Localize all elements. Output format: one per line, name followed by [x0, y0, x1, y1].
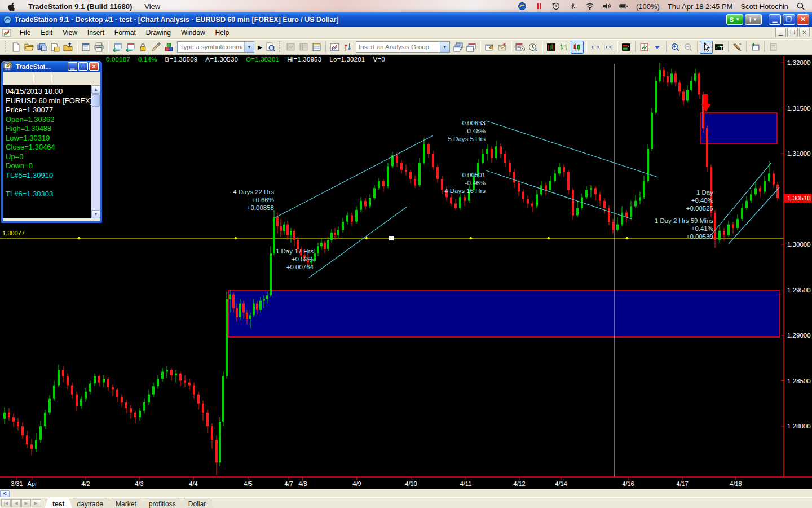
- market-depth-icon[interactable]: [620, 41, 633, 54]
- minimize-button[interactable]: ▁: [769, 14, 781, 25]
- drawing-tools-icon[interactable]: [731, 41, 744, 54]
- chart-hscrollbar[interactable]: <: [0, 489, 812, 497]
- bluetooth-icon[interactable]: [568, 2, 577, 11]
- palette-maximize-button[interactable]: □: [78, 62, 88, 71]
- hlc-bars-icon[interactable]: [558, 41, 571, 54]
- bar-space-out-icon[interactable]: [602, 41, 615, 54]
- symbol-command-input-combo[interactable]: ▼: [177, 41, 254, 53]
- open-folder-icon[interactable]: [23, 41, 36, 54]
- chevron-down-icon[interactable]: ▼: [440, 42, 449, 52]
- palette-close-button[interactable]: ✕: [89, 62, 99, 71]
- line-chart-icon[interactable]: [328, 41, 341, 54]
- menu-edit[interactable]: Edit: [36, 28, 58, 38]
- pointer-icon[interactable]: [700, 41, 713, 54]
- scroll-down-icon[interactable]: ▼: [91, 210, 100, 218]
- format-brush-icon[interactable]: [149, 41, 162, 54]
- apple-icon[interactable]: [7, 2, 16, 11]
- menu-help[interactable]: Help: [210, 28, 235, 38]
- spotlight-icon[interactable]: [796, 2, 805, 11]
- selected-anchor-marker[interactable]: [389, 236, 394, 240]
- toolbar-grip[interactable]: [279, 41, 282, 52]
- grid-blue-icon[interactable]: [36, 73, 48, 85]
- window-stack-icon[interactable]: [452, 41, 465, 54]
- close-button[interactable]: ✕: [797, 14, 809, 25]
- bar-space-in-icon[interactable]: [589, 41, 602, 54]
- restore-button[interactable]: ❐: [783, 14, 795, 25]
- menu-insert[interactable]: Insert: [82, 28, 109, 38]
- window-stack2-icon[interactable]: [465, 41, 478, 54]
- dropdown-arrow-icon[interactable]: [651, 41, 664, 54]
- objects-cubes-icon[interactable]: [162, 41, 175, 54]
- intellidata-button[interactable]: I▼: [745, 14, 762, 25]
- mdi-close-button[interactable]: ✕: [799, 28, 810, 37]
- notes-gray-icon[interactable]: [767, 41, 780, 54]
- chart-window[interactable]: 1.300774 Days 22 Hrs+0.66%+0.008581 Day …: [0, 55, 812, 489]
- menu-view[interactable]: View: [58, 28, 82, 38]
- tradestation-mac-icon[interactable]: [518, 2, 527, 11]
- folder-up-icon[interactable]: [61, 41, 74, 54]
- send-chart-icon[interactable]: [483, 41, 496, 54]
- zoom-out-icon[interactable]: [682, 41, 695, 54]
- export-icon[interactable]: [80, 41, 92, 54]
- mac-menu-view[interactable]: View: [144, 2, 160, 11]
- add-study-icon[interactable]: [749, 41, 762, 54]
- properties-icon[interactable]: [54, 73, 66, 85]
- symbol-command-input[interactable]: [178, 42, 244, 52]
- wifi-icon[interactable]: [585, 2, 594, 11]
- toolbar-grip[interactable]: [5, 41, 7, 52]
- palette-minimize-button[interactable]: ▁: [68, 62, 77, 71]
- quote-board-icon[interactable]: [310, 41, 323, 54]
- tab-Dollar[interactable]: Dollar: [180, 498, 214, 508]
- zoom-in-icon[interactable]: [669, 41, 682, 54]
- mac-app-name[interactable]: TradeStation 9.1 (Build 11680): [28, 2, 132, 11]
- window-title-bar[interactable]: TradeStation 9.1 - Desktop #1 - test - […: [0, 12, 812, 27]
- tab-profitloss[interactable]: profitloss: [141, 498, 184, 508]
- session-clock-icon[interactable]: [527, 41, 540, 54]
- new-page-icon[interactable]: [10, 41, 23, 54]
- mdi-minimize-button[interactable]: ▁: [775, 28, 786, 37]
- analysis-group-select-combo[interactable]: ▼: [356, 41, 450, 53]
- data-window-title-bar[interactable]: TradeStat... ▁ □ ✕: [3, 61, 100, 72]
- updown-arrows-icon[interactable]: [341, 41, 354, 54]
- tab-nav-prev-button[interactable]: ◀: [11, 499, 21, 507]
- tab-nav-last-button[interactable]: ▶|: [32, 499, 41, 507]
- print-icon[interactable]: [18, 73, 30, 85]
- tab-test[interactable]: test: [45, 498, 72, 508]
- scrollbar-thumb[interactable]: [92, 94, 100, 107]
- strategy-network-button[interactable]: S▼: [726, 14, 743, 25]
- analysis-group-select[interactable]: [356, 42, 440, 52]
- send-mail-icon[interactable]: [496, 41, 509, 54]
- data-window-scrollbar[interactable]: ▲ ▼: [91, 85, 100, 218]
- menu-drawing[interactable]: Drawing: [141, 28, 176, 38]
- expand-arrow-icon[interactable]: ▶: [258, 44, 262, 50]
- data-window-palette[interactable]: TradeStat... ▁ □ ✕ 04/15/2013 18:00EURUS…: [1, 61, 102, 223]
- close-workspace-icon[interactable]: [111, 41, 123, 54]
- mac-clock[interactable]: Thu Apr 18 2:45 PM: [668, 2, 733, 11]
- candlestick-icon[interactable]: [571, 41, 584, 54]
- highlight-rectangle[interactable]: [228, 291, 780, 337]
- time-machine-icon[interactable]: [551, 2, 561, 11]
- highlight-rectangle[interactable]: [701, 113, 777, 144]
- save-disk-icon[interactable]: [5, 73, 17, 85]
- lock-icon[interactable]: [136, 41, 149, 54]
- find-doc-icon[interactable]: [264, 41, 277, 54]
- barchart-icon[interactable]: [545, 41, 558, 54]
- calendar-clock-icon[interactable]: [514, 41, 527, 54]
- price-chart[interactable]: 1.300774 Days 22 Hrs+0.66%+0.008581 Day …: [0, 55, 812, 489]
- text-chart-icon[interactable]: T: [713, 41, 726, 54]
- volume-icon[interactable]: [602, 2, 611, 11]
- print-icon[interactable]: [92, 41, 105, 54]
- menu-window[interactable]: Window: [176, 28, 210, 38]
- menu-file[interactable]: File: [15, 28, 36, 38]
- tab-Market[interactable]: Market: [108, 498, 144, 508]
- battery-icon[interactable]: [619, 2, 628, 11]
- chart-nav-icon[interactable]: [638, 41, 651, 54]
- gray-chart-icon[interactable]: [284, 41, 297, 54]
- workspaces-icon[interactable]: [36, 41, 48, 54]
- tab-daytrade[interactable]: daytrade: [69, 498, 111, 508]
- scroll-up-icon[interactable]: ▲: [91, 85, 100, 94]
- mdi-restore-button[interactable]: ❐: [787, 28, 798, 37]
- mac-user[interactable]: Scott Hotochin: [740, 2, 788, 11]
- menu-format[interactable]: Format: [109, 28, 141, 38]
- chevron-down-icon[interactable]: ▼: [244, 42, 254, 52]
